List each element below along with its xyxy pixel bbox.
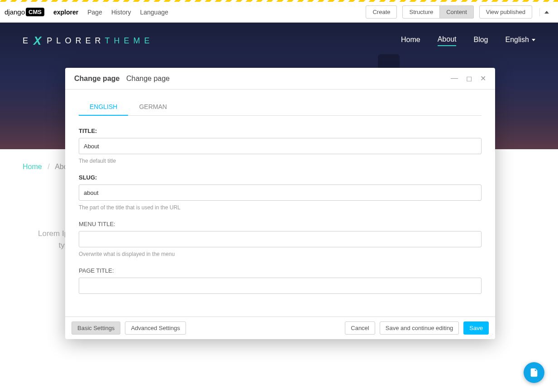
cms-menu-page[interactable]: Page [87, 9, 102, 16]
cms-menu-explorer[interactable]: explorer [53, 9, 78, 16]
field-slug: Slug: The part of the title that is used… [79, 174, 482, 211]
minimize-icon[interactable]: — [451, 74, 458, 83]
nav-language-label: English [506, 36, 529, 43]
nav-about[interactable]: About [438, 35, 457, 46]
modal-title-bold: Change page [74, 75, 119, 82]
modal-footer: Basic Settings Advanced Settings Cancel … [65, 316, 495, 339]
cms-logo-badge: CMS [26, 8, 44, 16]
document-icon [529, 368, 539, 378]
site-logo[interactable]: E X PLORER THEME [23, 34, 153, 48]
page-title-input[interactable] [79, 278, 482, 294]
cms-menu-language[interactable]: Language [140, 9, 168, 16]
change-page-modal: Change page Change page — ◻ ✕ English Ge… [65, 68, 495, 339]
site-header: E X PLORER THEME Home About Blog English [0, 23, 558, 59]
slug-help: The part of the title that is used in th… [79, 204, 482, 211]
slug-input[interactable] [79, 184, 482, 201]
modal-header[interactable]: Change page Change page — ◻ ✕ [65, 68, 495, 90]
close-icon[interactable]: ✕ [480, 74, 486, 83]
site-nav: Home About Blog English [401, 35, 535, 46]
field-page-title: Page Title: [79, 267, 482, 294]
maximize-icon[interactable]: ◻ [466, 74, 472, 83]
help-fab[interactable] [524, 362, 544, 383]
title-input[interactable] [79, 138, 482, 154]
chevron-down-icon [532, 39, 535, 41]
nav-home[interactable]: Home [401, 36, 420, 46]
content-button[interactable]: Content [440, 5, 474, 19]
cms-logo-text: django [5, 8, 25, 16]
caret-up-icon [544, 11, 549, 14]
logo-x-icon: X [33, 34, 45, 48]
save-continue-button[interactable]: Save and continue editing [380, 321, 459, 335]
save-button[interactable]: Save [463, 321, 489, 335]
resize-handle[interactable]: ⋰ [489, 335, 493, 337]
tab-english[interactable]: English [79, 99, 128, 116]
advanced-settings-button[interactable]: Advanced Settings [125, 321, 186, 335]
modal-body: English German Title: The default title … [65, 90, 495, 316]
cms-toolbar: django CMS explorer Page History Languag… [0, 2, 558, 23]
menu-title-help: Overwrite what is displayed in the menu [79, 251, 482, 257]
breadcrumb-sep: / [48, 163, 49, 170]
modal-title: Change page Change page [74, 75, 170, 83]
logo-part-e: E [23, 36, 32, 46]
slug-label: Slug: [79, 174, 482, 181]
modal-window-controls: — ◻ ✕ [451, 74, 486, 83]
menu-title-label: Menu Title: [79, 221, 482, 227]
create-button[interactable]: Create [366, 5, 397, 19]
nav-language[interactable]: English [506, 36, 535, 46]
title-help: The default title [79, 158, 482, 164]
view-published-button[interactable]: View published [479, 5, 532, 19]
field-title: Title: The default title [79, 128, 482, 164]
cms-logo[interactable]: django CMS [5, 8, 44, 16]
logo-part-plorer: PLORER [47, 36, 105, 46]
cms-menu-history[interactable]: History [111, 9, 131, 16]
title-label: Title: [79, 128, 482, 134]
page-title-label: Page Title: [79, 267, 482, 274]
cms-right-controls: Create Structure Content View published [366, 5, 553, 19]
menu-title-input[interactable] [79, 231, 482, 247]
cancel-button[interactable]: Cancel [345, 321, 375, 335]
tab-german[interactable]: German [128, 99, 177, 115]
structure-button[interactable]: Structure [402, 5, 440, 19]
breadcrumb-home[interactable]: Home [23, 163, 42, 170]
nav-blog[interactable]: Blog [473, 36, 488, 46]
basic-settings-button[interactable]: Basic Settings [72, 321, 120, 335]
field-menu-title: Menu Title: Overwrite what is displayed … [79, 221, 482, 257]
language-tabs: English German [79, 99, 482, 116]
cms-menu: explorer Page History Language [53, 9, 168, 16]
logo-part-theme: THEME [105, 36, 153, 46]
toolbar-collapse-button[interactable] [539, 8, 553, 16]
modal-title-sub: Change page [126, 75, 170, 82]
